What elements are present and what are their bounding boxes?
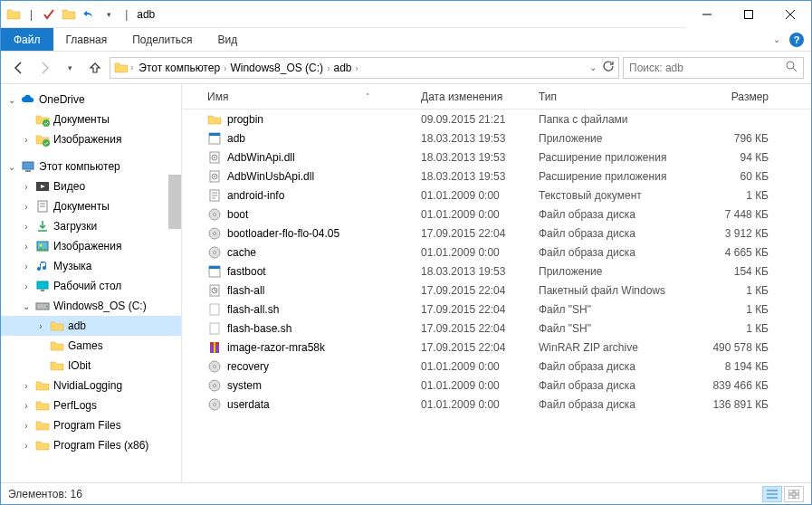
- close-button[interactable]: [769, 1, 811, 28]
- tree-item[interactable]: ›Видео: [1, 176, 181, 196]
- file-row[interactable]: flash-base.sh17.09.2015 22:04Файл "SH"1 …: [182, 319, 811, 338]
- file-date: 18.03.2013 19:53: [414, 151, 531, 164]
- tree-item[interactable]: ›Документы: [1, 196, 181, 216]
- file-row[interactable]: flash-all17.09.2015 22:04Пакетный файл W…: [182, 281, 811, 300]
- tree-item[interactable]: ›NvidiaLogging: [1, 376, 181, 395]
- chevron-right-icon[interactable]: ›: [21, 182, 32, 192]
- up-button[interactable]: [84, 57, 106, 79]
- file-size: 4 665 КБ: [685, 246, 776, 259]
- chevron-right-icon[interactable]: ›: [21, 242, 32, 252]
- tree-item[interactable]: ›Games: [1, 336, 181, 356]
- svg-rect-58: [788, 495, 793, 499]
- tree-item[interactable]: ›Музыка: [1, 256, 181, 276]
- help-icon[interactable]: ?: [789, 33, 804, 47]
- chevron-right-icon[interactable]: ›: [21, 401, 32, 411]
- tree-item[interactable]: ›Рабочий стол: [1, 276, 181, 296]
- file-name: flash-all.sh: [227, 303, 279, 316]
- file-name: adb: [227, 132, 245, 145]
- tree-item[interactable]: ›Program Files: [1, 415, 181, 435]
- column-header-type[interactable]: Тип: [531, 91, 685, 103]
- svg-point-48: [214, 365, 216, 367]
- chevron-right-icon[interactable]: ›: [21, 381, 32, 391]
- chevron-right-icon[interactable]: ›: [21, 262, 32, 272]
- tree-item[interactable]: ⌄Windows8_OS (C:): [1, 296, 181, 316]
- tab-home[interactable]: Главная: [53, 28, 120, 51]
- tab-view[interactable]: Вид: [205, 28, 250, 51]
- docs-icon: [35, 199, 50, 214]
- forward-button[interactable]: [33, 57, 55, 79]
- file-row[interactable]: boot01.01.2009 0:00Файл образа диска7 44…: [182, 205, 811, 224]
- chevron-right-icon[interactable]: ›: [21, 135, 32, 145]
- tree-item[interactable]: ›Изображения: [1, 236, 181, 256]
- video-icon: [35, 179, 50, 194]
- tree-item[interactable]: ⌄OneDrive: [1, 90, 181, 110]
- file-size: 839 466 КБ: [685, 379, 776, 392]
- scrollbar-thumb[interactable]: [168, 175, 181, 229]
- file-list[interactable]: progbin09.09.2015 21:21Папка с файламиad…: [182, 110, 811, 482]
- chevron-down-icon[interactable]: ⌄: [6, 95, 17, 105]
- file-size: 1 КБ: [685, 189, 776, 202]
- file-row[interactable]: bootloader-flo-flo-04.0517.09.2015 22:04…: [182, 224, 811, 243]
- file-name: image-razor-mra58k: [227, 341, 325, 354]
- breadcrumb-segment[interactable]: Этот компьютер: [135, 62, 224, 74]
- tab-file[interactable]: Файл: [1, 28, 53, 51]
- refresh-button[interactable]: [602, 60, 615, 75]
- tree-item-label: adb: [68, 319, 86, 332]
- file-row[interactable]: flash-all.sh17.09.2015 22:04Файл "SH"1 К…: [182, 300, 811, 319]
- svg-point-24: [214, 157, 215, 158]
- search-input[interactable]: Поиск: adb: [623, 57, 804, 79]
- tree-item[interactable]: ›Изображения: [1, 129, 181, 149]
- address-dropdown-icon[interactable]: ⌄: [589, 62, 597, 72]
- maximize-button[interactable]: [728, 1, 769, 28]
- column-header-name[interactable]: Имя ˄: [182, 91, 414, 103]
- qat-dropdown-icon[interactable]: ▾: [101, 7, 116, 22]
- column-header-size[interactable]: Размер: [685, 91, 776, 103]
- tab-share[interactable]: Поделиться: [119, 28, 205, 51]
- file-row[interactable]: cache01.01.2009 0:00Файл образа диска4 6…: [182, 243, 811, 262]
- ribbon-expand-icon[interactable]: ⌄: [773, 34, 780, 44]
- tree-item[interactable]: ›adb: [1, 316, 181, 336]
- file-row[interactable]: android-info01.01.2009 0:00Текстовый док…: [182, 186, 811, 205]
- chevron-down-icon[interactable]: ⌄: [6, 162, 17, 172]
- tree-item[interactable]: ⌄Этот компьютер: [1, 157, 181, 176]
- chevron-down-icon[interactable]: ⌄: [21, 301, 32, 311]
- view-details-button[interactable]: [762, 486, 782, 502]
- tree-item[interactable]: ›IObit: [1, 356, 181, 376]
- minimize-button[interactable]: [686, 1, 728, 28]
- file-row[interactable]: system01.01.2009 0:00Файл образа диска83…: [182, 376, 811, 395]
- breadcrumb-segment[interactable]: Windows8_OS (C:): [226, 62, 327, 74]
- view-icons-button[interactable]: [784, 486, 804, 502]
- file-row[interactable]: AdbWinUsbApi.dll18.03.2013 19:53Расширен…: [182, 167, 811, 186]
- file-row[interactable]: AdbWinApi.dll18.03.2013 19:53Расширение …: [182, 148, 811, 167]
- undo-icon[interactable]: [81, 7, 96, 22]
- file-row[interactable]: fastboot18.03.2013 19:53Приложение154 КБ: [182, 262, 811, 281]
- chevron-right-icon[interactable]: ›: [356, 63, 358, 73]
- tree-item[interactable]: ›Program Files (x86): [1, 435, 181, 455]
- address-bar[interactable]: › Этот компьютер›Windows8_OS (C:)›adb› ⌄: [110, 57, 619, 79]
- chevron-right-icon[interactable]: ›: [21, 281, 32, 291]
- breadcrumb-segment[interactable]: adb: [330, 62, 355, 74]
- file-row[interactable]: progbin09.09.2015 21:21Папка с файлами: [182, 110, 811, 129]
- properties-icon[interactable]: [42, 7, 56, 22]
- new-folder-icon[interactable]: [62, 7, 76, 22]
- chevron-right-icon[interactable]: ›: [21, 441, 32, 451]
- iso-icon: [207, 397, 222, 412]
- back-button[interactable]: [8, 57, 30, 79]
- tree-item[interactable]: ›Загрузки: [1, 216, 181, 236]
- chevron-right-icon[interactable]: ›: [21, 222, 32, 232]
- file-date: 01.01.2009 0:00: [414, 360, 531, 373]
- file-row[interactable]: userdata01.01.2009 0:00Файл образа диска…: [182, 395, 811, 414]
- file-row[interactable]: recovery01.01.2009 0:00Файл образа диска…: [182, 357, 811, 376]
- navigation-pane[interactable]: ⌄OneDrive›Документы›Изображения⌄Этот ком…: [1, 84, 182, 482]
- chevron-right-icon[interactable]: ›: [21, 202, 32, 212]
- file-row[interactable]: image-razor-mra58k17.09.2015 22:04WinRAR…: [182, 338, 811, 357]
- recent-dropdown[interactable]: ▾: [59, 57, 81, 79]
- chevron-right-icon[interactable]: ›: [21, 421, 32, 431]
- chevron-right-icon[interactable]: ›: [35, 321, 46, 331]
- chevron-right-icon[interactable]: ›: [130, 62, 133, 72]
- file-size: 490 578 КБ: [685, 341, 776, 354]
- column-header-date[interactable]: Дата изменения: [414, 91, 531, 103]
- tree-item[interactable]: ›Документы: [1, 110, 181, 129]
- tree-item[interactable]: ›PerfLogs: [1, 395, 181, 415]
- file-row[interactable]: adb18.03.2013 19:53Приложение796 КБ: [182, 129, 811, 148]
